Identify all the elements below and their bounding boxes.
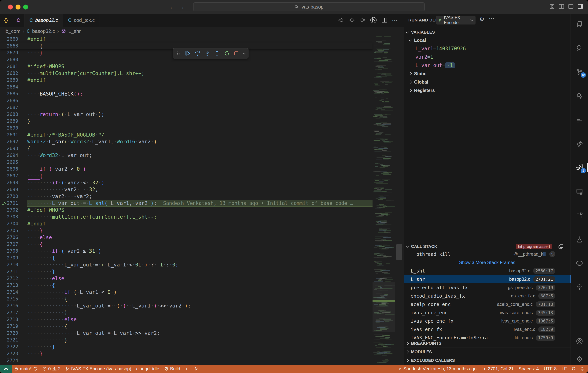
gutter[interactable]: 2713 bbox=[0, 282, 27, 289]
stop-button[interactable] bbox=[233, 51, 239, 56]
sync-icon[interactable] bbox=[33, 367, 38, 371]
gutter[interactable]: 2681 bbox=[0, 63, 27, 70]
code-line[interactable]: 2681#ifdef·WMOPS bbox=[0, 63, 373, 70]
tab-pinned-c-file[interactable]: C bbox=[12, 14, 24, 27]
variables-scope-local[interactable]: Local bbox=[404, 36, 571, 44]
code-line[interactable]: 2715············{ bbox=[0, 296, 373, 302]
show-more-stack-frames-link[interactable]: Show 3 More Stack Frames bbox=[404, 258, 571, 267]
build-item[interactable]: ⚙ Build bbox=[162, 365, 183, 373]
gutter[interactable]: 2698 bbox=[0, 179, 27, 186]
gutter[interactable]: 2694 bbox=[0, 152, 27, 159]
code-line[interactable]: 2700········var2·=·-var2; bbox=[0, 193, 373, 200]
code-line[interactable]: 2706····else bbox=[0, 234, 373, 241]
code-line[interactable]: 2712········else bbox=[0, 275, 373, 282]
code-line[interactable]: 2720················L_var_out·=·L_var1·>… bbox=[0, 330, 373, 337]
variables-scope-registers[interactable]: Registers bbox=[404, 86, 571, 95]
code-line[interactable]: 2707····{ bbox=[0, 241, 373, 248]
code-line[interactable]: 2724 bbox=[0, 357, 373, 364]
history-forward-icon[interactable]: → bbox=[178, 3, 186, 11]
variable-row[interactable]: L_var_out = -1 bbox=[404, 61, 571, 69]
run-and-debug-icon[interactable]: 1 bbox=[575, 163, 584, 172]
search-icon[interactable] bbox=[575, 44, 584, 53]
start-debug-icon[interactable] bbox=[439, 18, 442, 22]
code-line[interactable]: 2692Word32·L_shr(·Word32·L_var1,·Word16·… bbox=[0, 138, 373, 145]
callstack-row[interactable]: encod_audio_ivas_fxgs_enc_fx.c687:5 bbox=[404, 292, 571, 300]
remote-explorer-icon[interactable] bbox=[575, 187, 584, 196]
toolbar-drag-handle[interactable] bbox=[176, 51, 181, 56]
encoding-item[interactable]: UTF-8 bbox=[541, 365, 559, 373]
code-line[interactable]: 2660#endif bbox=[0, 36, 373, 43]
gutter[interactable]: 2711 bbox=[0, 268, 27, 275]
gutter[interactable]: 2708 bbox=[0, 248, 27, 254]
history-back-icon[interactable]: ← bbox=[168, 3, 176, 11]
gutter[interactable]: 2723 bbox=[0, 350, 27, 357]
code-line[interactable]: 2711········} bbox=[0, 268, 373, 275]
variable-row[interactable]: var2 = 1 bbox=[404, 53, 571, 61]
code-line[interactable]: 2722········} bbox=[0, 343, 373, 350]
launch-config-dropdown[interactable]: IVAS FX Encode bbox=[436, 16, 475, 24]
code-line[interactable]: 2682····multiCounter[currCounter].L_shr+… bbox=[0, 70, 373, 77]
gutter[interactable]: 2721 bbox=[0, 337, 27, 343]
excluded-callers-section-header[interactable]: EXCLUDED CALLERS bbox=[404, 356, 571, 365]
settings-gear-icon[interactable]: ⚙ bbox=[575, 355, 584, 364]
callstack-row[interactable]: ivas_enc_fxivas_enc.c182:9 bbox=[404, 325, 571, 333]
problems-item[interactable]: 0 2 bbox=[40, 365, 63, 373]
gutter[interactable]: 2724 bbox=[0, 357, 27, 364]
gutter[interactable]: 2716 bbox=[0, 302, 27, 309]
tab-basop32[interactable]: C basop32.c bbox=[24, 14, 63, 27]
gutter[interactable]: 2680 bbox=[0, 56, 27, 63]
step-into-button[interactable] bbox=[204, 50, 210, 56]
gutter[interactable]: 2685 bbox=[0, 90, 27, 97]
gutter[interactable]: 2709 bbox=[0, 254, 27, 261]
variables-scope-global[interactable]: Global bbox=[404, 78, 571, 86]
debug-target-item[interactable]: IVAS FX Encode (ivas-basop) bbox=[63, 365, 134, 373]
gutter[interactable]: 2695 bbox=[0, 159, 27, 166]
code-line[interactable]: 2717············} bbox=[0, 309, 373, 316]
gutter[interactable]: 2693 bbox=[0, 145, 27, 152]
code-line[interactable]: 2721············} bbox=[0, 337, 373, 343]
code-line[interactable]: 2685····BASOP_CHECK(); bbox=[0, 90, 373, 97]
copy-callstack-icon[interactable] bbox=[558, 244, 564, 249]
callstack-row[interactable]: acelp_core_encacelp_core_enc.c731:13 bbox=[404, 300, 571, 308]
editor-scrollbar[interactable] bbox=[395, 36, 404, 365]
code-line[interactable]: 2697····{ bbox=[0, 173, 373, 179]
toggle-secondary-sidebar-icon[interactable] bbox=[578, 3, 583, 10]
code-line[interactable]: 2694····Word32·L_var_out; bbox=[0, 152, 373, 159]
gutter[interactable]: 2717 bbox=[0, 309, 27, 316]
gutter[interactable]: 2663 bbox=[0, 43, 27, 49]
extensions-icon[interactable] bbox=[575, 211, 584, 220]
code-line[interactable]: 2716················L_var_out·=·~(·(·~L_… bbox=[0, 302, 373, 309]
gutter[interactable]: 2689 bbox=[0, 118, 27, 125]
source-control-icon[interactable]: 18 bbox=[575, 67, 584, 77]
gutter[interactable]: 2701 bbox=[0, 200, 27, 207]
code-line[interactable]: 2693{ bbox=[0, 145, 373, 152]
code-line[interactable]: 2714············if·(·L_var1·<·0·) bbox=[0, 289, 373, 296]
gutter[interactable]: 2688 bbox=[0, 111, 27, 118]
gutter[interactable]: 2682 bbox=[0, 70, 27, 77]
gutter[interactable]: 2715 bbox=[0, 296, 27, 302]
copilot-icon[interactable] bbox=[575, 259, 584, 268]
code-line[interactable]: 2696····if·(·var2·<·0·) bbox=[0, 166, 373, 173]
cursor-position-item[interactable]: Ln 2701, Col 21 bbox=[479, 365, 516, 373]
run-task-item[interactable] bbox=[192, 365, 201, 373]
todo-tree-icon[interactable] bbox=[575, 283, 584, 292]
code-line[interactable]: 2688····return·(·L_var_out·); bbox=[0, 111, 373, 118]
gutter[interactable]: 2702 bbox=[0, 207, 27, 213]
code-line[interactable]: 2709········{ bbox=[0, 254, 373, 261]
gutter[interactable]: 2692 bbox=[0, 138, 27, 145]
accounts-icon[interactable] bbox=[575, 337, 584, 346]
remote-indicator[interactable]: >< bbox=[0, 365, 12, 373]
gutter[interactable]: 2679 bbox=[0, 49, 27, 56]
callstack-row[interactable]: __pthread_kill@__pthread_kill5 bbox=[404, 250, 571, 258]
gutter[interactable]: 2690 bbox=[0, 125, 27, 132]
callstack-row[interactable]: ivas_cpe_enc_fxivas_cpe_enc.c1067:5 bbox=[404, 317, 571, 325]
code-line[interactable]: 2723····} bbox=[0, 350, 373, 357]
notifications-item[interactable] bbox=[578, 365, 588, 373]
gutter[interactable]: 2660 bbox=[0, 36, 27, 43]
debug-settings-gear-icon[interactable]: ⚙ bbox=[479, 16, 484, 22]
search-review-icon[interactable] bbox=[575, 91, 584, 100]
gutter[interactable]: 2705 bbox=[0, 227, 27, 234]
callstack-row[interactable]: L_shrbasop32.c2701:21 bbox=[404, 275, 571, 283]
gutter[interactable]: 2722 bbox=[0, 343, 27, 350]
code-line[interactable]: 2691#endif·/*·BASOP_NOGLOB·*/ bbox=[0, 132, 373, 138]
